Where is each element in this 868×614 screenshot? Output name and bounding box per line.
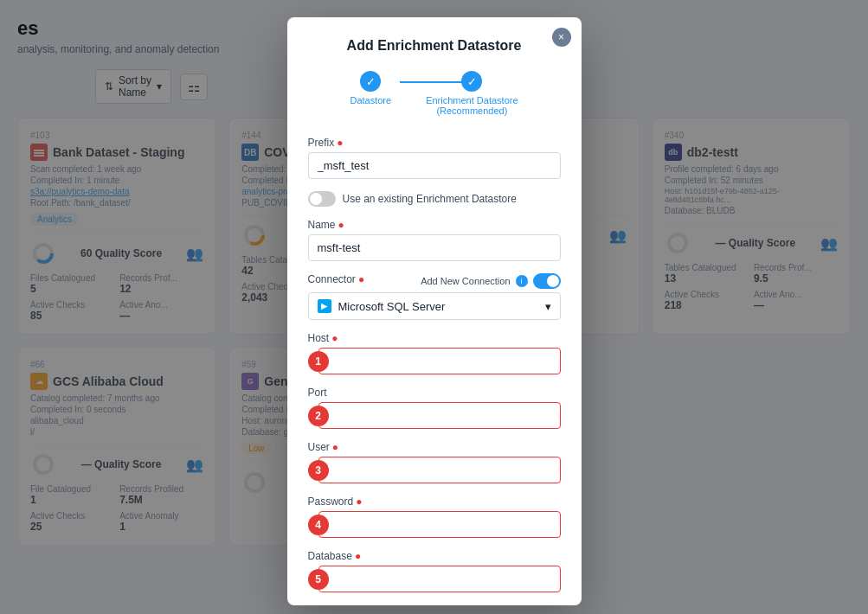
host-input[interactable] — [318, 348, 561, 374]
name-group: Name ● — [308, 219, 561, 261]
step-2-enrichment: ✓ Enrichment Datastore(Recommended) — [426, 71, 518, 116]
port-label: Port — [308, 387, 561, 399]
name-input[interactable] — [308, 234, 561, 261]
connector-required: ● — [358, 273, 364, 285]
connector-select[interactable]: ▶ Microsoft SQL Server ▾ — [308, 292, 561, 320]
prefix-label: Prefix ● — [308, 137, 561, 149]
host-field-wrapper: 1 — [318, 348, 561, 374]
toggle-label: Use an existing Enrichment Datastore — [343, 193, 517, 205]
add-conn-toggle[interactable] — [533, 273, 561, 289]
database-group: Database ● 5 — [308, 550, 561, 592]
step-2-label: Enrichment Datastore(Recommended) — [426, 95, 518, 116]
host-group: Host ● 1 — [308, 332, 561, 374]
step-2-circle: ✓ — [461, 71, 482, 92]
name-required: ● — [338, 219, 344, 231]
modal-title: Add Enrichment Datastore — [308, 38, 561, 54]
database-required: ● — [355, 550, 361, 562]
ms-sql-logo: ▶ — [318, 299, 331, 313]
password-group: Password ● 4 — [308, 496, 561, 538]
password-input[interactable] — [318, 511, 561, 538]
user-input[interactable] — [318, 457, 561, 483]
password-label: Password ● — [308, 496, 561, 508]
schema-label: Schema ● — [308, 604, 561, 605]
port-field-wrapper: 2 — [318, 402, 561, 429]
step-1-label: Datastore — [350, 95, 391, 106]
modal-overlay: × Add Enrichment Datastore ✓ Datastore ✓… — [0, 0, 868, 614]
badge-5: 5 — [308, 569, 329, 590]
prefix-group: Prefix ● — [308, 137, 561, 179]
database-label: Database ● — [308, 550, 561, 562]
connector-header: Connector ● Add New Connection i — [308, 273, 561, 289]
info-icon: i — [516, 275, 528, 287]
schema-required: ● — [349, 604, 355, 605]
modal-close-button[interactable]: × — [552, 28, 571, 47]
connector-chevron: ▾ — [545, 300, 551, 313]
connector-select-inner: ▶ Microsoft SQL Server — [318, 299, 446, 313]
step-1-datastore: ✓ Datastore — [350, 71, 391, 116]
badge-1: 1 — [308, 351, 329, 372]
add-connection-row: Add New Connection i — [421, 273, 560, 289]
step-1-circle: ✓ — [360, 71, 381, 92]
port-input[interactable] — [318, 402, 561, 429]
existing-toggle-row: Use an existing Enrichment Datastore — [308, 191, 561, 207]
password-field-wrapper: 4 — [318, 511, 561, 538]
port-group: Port 2 — [308, 387, 561, 429]
host-required: ● — [331, 332, 338, 344]
name-label: Name ● — [308, 219, 561, 231]
existing-toggle[interactable] — [308, 191, 336, 207]
connector-label: Connector ● — [308, 273, 365, 285]
user-label: User ● — [308, 441, 561, 453]
prefix-required: ● — [337, 137, 343, 149]
add-enrichment-modal: × Add Enrichment Datastore ✓ Datastore ✓… — [287, 17, 582, 605]
schema-group: Schema ● 6 — [308, 604, 561, 605]
badge-4: 4 — [308, 515, 329, 535]
database-input[interactable] — [318, 566, 561, 592]
close-icon: × — [558, 31, 564, 43]
host-label: Host ● — [308, 332, 561, 344]
user-field-wrapper: 3 — [318, 457, 561, 483]
stepper: ✓ Datastore ✓ Enrichment Datastore(Recom… — [308, 71, 561, 116]
user-required: ● — [332, 441, 338, 453]
database-field-wrapper: 5 — [318, 566, 561, 592]
prefix-input[interactable] — [308, 152, 561, 179]
connector-value: Microsoft SQL Server — [338, 300, 446, 313]
password-required: ● — [356, 496, 362, 508]
badge-2: 2 — [308, 406, 329, 426]
user-group: User ● 3 — [308, 441, 561, 483]
new-conn-label: Add New Connection — [421, 276, 510, 286]
badge-3: 3 — [308, 460, 329, 481]
